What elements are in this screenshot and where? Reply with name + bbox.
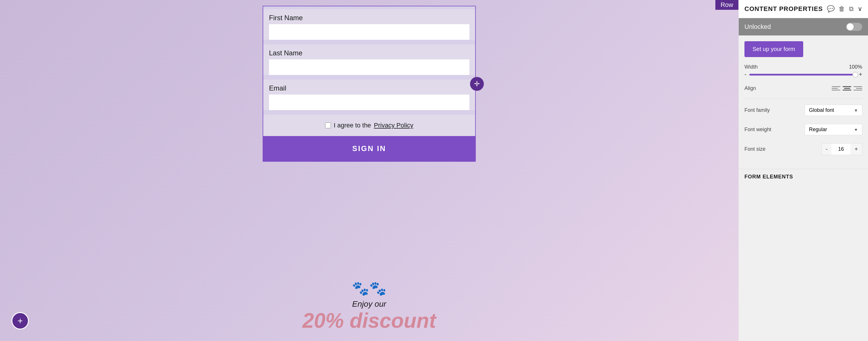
font-family-arrow-icon: ▼ — [854, 108, 858, 113]
email-group: Email — [263, 80, 475, 110]
align-center-icon[interactable] — [843, 85, 851, 92]
panel-duplicate-icon[interactable]: ⧉ — [849, 5, 854, 13]
enjoy-text: Enjoy our — [352, 300, 386, 309]
width-plus-button[interactable]: + — [859, 71, 862, 78]
sign-in-button[interactable]: SIGN IN — [263, 136, 475, 161]
width-label: Width — [744, 64, 758, 70]
floating-add-button[interactable]: + — [11, 312, 29, 330]
privacy-checkbox[interactable] — [325, 122, 331, 128]
form-elements-header: FORM ELEMENTS — [739, 169, 868, 184]
last-name-label: Last Name — [263, 45, 475, 59]
panel-header-actions: 💬 🗑 ⧉ ∨ — [827, 5, 862, 13]
divider-1 — [744, 98, 862, 99]
font-size-label: Font size — [744, 146, 766, 152]
font-size-row: Font size - 16 + — [744, 143, 862, 155]
email-input[interactable] — [269, 94, 469, 110]
first-name-group: First Name — [263, 9, 475, 40]
unlocked-label: Unlocked — [744, 23, 771, 31]
panel-delete-icon[interactable]: 🗑 — [839, 5, 845, 13]
font-weight-select[interactable]: Regular ▼ — [805, 124, 862, 135]
font-size-plus-button[interactable]: + — [850, 144, 862, 155]
slider-row: - + — [744, 71, 862, 78]
canvas-area: Row First Name Last Name Email I agree t… — [0, 0, 738, 341]
form-elements-title: FORM ELEMENTS — [744, 174, 793, 179]
checkbox-row: I agree to the Privacy Policy — [263, 115, 475, 136]
row-label: Row — [715, 0, 738, 10]
font-size-controls: - 16 + — [822, 143, 862, 155]
setup-form-button[interactable]: Set up your form — [744, 41, 803, 57]
align-row: Align — [744, 85, 862, 92]
privacy-policy-link[interactable]: Privacy Policy — [374, 122, 413, 129]
font-family-label: Font family — [744, 107, 770, 113]
below-form: 🐾🐾 Enjoy our 20% discount 💬 🗑 ⧉ — [0, 272, 738, 341]
font-family-select[interactable]: Global font ▼ — [805, 105, 862, 116]
unlocked-toggle[interactable] — [846, 23, 862, 31]
align-icons — [832, 85, 862, 92]
width-slider-track[interactable] — [749, 74, 856, 76]
width-slider-fill — [749, 74, 856, 76]
discount-text: 20% discount — [302, 309, 436, 332]
width-row: Width 100% — [744, 64, 862, 70]
align-label: Align — [744, 85, 756, 91]
checkbox-text-before: I agree to the — [334, 122, 371, 129]
font-family-row: Font family Global font ▼ — [744, 105, 862, 116]
font-size-value: 16 — [834, 144, 848, 154]
font-weight-value: Regular — [809, 126, 827, 133]
font-size-minus-button[interactable]: - — [822, 144, 832, 155]
panel-comment-icon[interactable]: 💬 — [827, 5, 835, 13]
width-slider-thumb[interactable] — [852, 72, 858, 78]
move-handle[interactable]: ✛ — [470, 77, 484, 91]
panel-chevron-icon[interactable]: ∨ — [858, 5, 862, 13]
first-name-label: First Name — [263, 9, 475, 24]
panel-title: CONTENT PROPERTIES — [744, 5, 823, 13]
align-right-icon[interactable] — [854, 85, 862, 92]
font-family-value: Global font — [809, 107, 834, 113]
paw-icons: 🐾🐾 — [352, 281, 386, 296]
unlocked-row: Unlocked — [739, 18, 868, 35]
width-value: 100% — [849, 64, 862, 70]
font-weight-label: Font weight — [744, 126, 771, 133]
font-weight-arrow-icon: ▼ — [854, 127, 858, 132]
email-label: Email — [263, 80, 475, 94]
last-name-input[interactable] — [269, 59, 469, 75]
align-left-icon[interactable] — [832, 85, 840, 92]
properties-panel: CONTENT PROPERTIES 💬 🗑 ⧉ ∨ Unlocked Set … — [738, 0, 868, 341]
font-weight-row: Font weight Regular ▼ — [744, 124, 862, 135]
width-minus-button[interactable]: - — [744, 71, 746, 78]
first-name-input[interactable] — [269, 24, 469, 40]
panel-content: Set up your form Width 100% - + Align — [739, 35, 868, 169]
last-name-group: Last Name — [263, 45, 475, 75]
panel-header: CONTENT PROPERTIES 💬 🗑 ⧉ ∨ — [739, 0, 868, 18]
form-container: First Name Last Name Email I agree to th… — [262, 6, 476, 162]
